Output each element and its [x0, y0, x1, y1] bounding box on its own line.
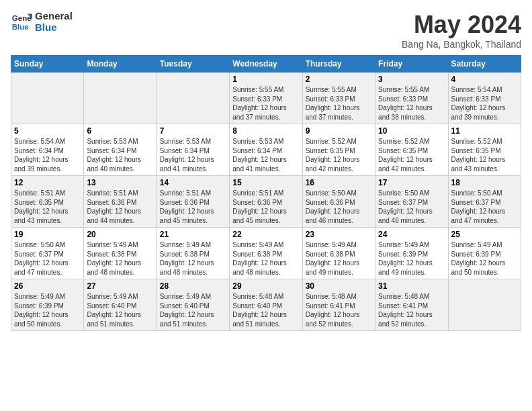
cell-info: Sunrise: 5:49 AMSunset: 6:38 PMDaylight:…	[306, 241, 360, 276]
day-number: 22	[232, 230, 299, 239]
calendar-cell: 9 Sunrise: 5:52 AMSunset: 6:35 PMDayligh…	[302, 124, 375, 176]
cell-info: Sunrise: 5:49 AMSunset: 6:40 PMDaylight:…	[87, 293, 141, 328]
cell-info: Sunrise: 5:52 AMSunset: 6:35 PMDaylight:…	[306, 138, 360, 173]
calendar-cell: 3 Sunrise: 5:55 AMSunset: 6:33 PMDayligh…	[375, 73, 448, 124]
weekday-header: Sunday	[11, 56, 84, 73]
weekday-header: Saturday	[448, 56, 521, 73]
calendar-week-row: 1 Sunrise: 5:55 AMSunset: 6:33 PMDayligh…	[11, 73, 521, 124]
calendar-cell: 7 Sunrise: 5:53 AMSunset: 6:34 PMDayligh…	[157, 124, 229, 176]
cell-info: Sunrise: 5:53 AMSunset: 6:34 PMDaylight:…	[87, 138, 141, 173]
logo-general: General	[35, 11, 73, 22]
cell-info: Sunrise: 5:55 AMSunset: 6:33 PMDaylight:…	[378, 86, 433, 121]
calendar-table: SundayMondayTuesdayWednesdayThursdayFrid…	[11, 55, 521, 331]
day-number: 30	[306, 281, 372, 291]
calendar-cell: 22 Sunrise: 5:49 AMSunset: 6:38 PMDaylig…	[230, 228, 302, 279]
cell-info: Sunrise: 5:49 AMSunset: 6:38 PMDaylight:…	[87, 241, 141, 276]
calendar-cell: 23 Sunrise: 5:49 AMSunset: 6:38 PMDaylig…	[302, 228, 375, 279]
cell-info: Sunrise: 5:55 AMSunset: 6:33 PMDaylight:…	[232, 86, 287, 121]
cell-info: Sunrise: 5:48 AMSunset: 6:40 PMDaylight:…	[232, 293, 287, 328]
calendar-cell: 5 Sunrise: 5:54 AMSunset: 6:34 PMDayligh…	[11, 124, 84, 176]
day-number: 10	[378, 126, 445, 136]
svg-text:Blue: Blue	[12, 22, 30, 30]
cell-info: Sunrise: 5:52 AMSunset: 6:35 PMDaylight:…	[378, 138, 433, 173]
cell-info: Sunrise: 5:55 AMSunset: 6:33 PMDaylight:…	[306, 86, 360, 121]
day-number: 27	[87, 281, 153, 291]
calendar-cell	[157, 73, 229, 124]
calendar-cell: 30 Sunrise: 5:48 AMSunset: 6:41 PMDaylig…	[302, 279, 375, 331]
calendar-cell: 12 Sunrise: 5:51 AMSunset: 6:35 PMDaylig…	[11, 176, 84, 228]
day-number: 14	[160, 178, 226, 187]
cell-info: Sunrise: 5:51 AMSunset: 6:36 PMDaylight:…	[232, 189, 287, 224]
weekday-header: Wednesday	[230, 56, 302, 73]
calendar-cell: 21 Sunrise: 5:49 AMSunset: 6:38 PMDaylig…	[157, 228, 229, 279]
calendar-cell: 13 Sunrise: 5:51 AMSunset: 6:36 PMDaylig…	[84, 176, 157, 228]
calendar-week-row: 26 Sunrise: 5:49 AMSunset: 6:39 PMDaylig…	[11, 279, 521, 331]
calendar-week-row: 19 Sunrise: 5:50 AMSunset: 6:37 PMDaylig…	[11, 228, 521, 279]
day-number: 12	[14, 178, 81, 187]
day-number: 9	[306, 126, 372, 136]
calendar-cell: 20 Sunrise: 5:49 AMSunset: 6:38 PMDaylig…	[84, 228, 157, 279]
cell-info: Sunrise: 5:49 AMSunset: 6:39 PMDaylight:…	[14, 293, 69, 328]
day-number: 5	[14, 126, 81, 136]
location: Bang Na, Bangkok, Thailand	[402, 39, 521, 50]
day-number: 1	[232, 75, 299, 84]
cell-info: Sunrise: 5:54 AMSunset: 6:34 PMDaylight:…	[14, 138, 69, 173]
cell-info: Sunrise: 5:51 AMSunset: 6:36 PMDaylight:…	[87, 189, 141, 224]
calendar-week-row: 5 Sunrise: 5:54 AMSunset: 6:34 PMDayligh…	[11, 124, 521, 176]
day-number: 7	[160, 126, 226, 136]
cell-info: Sunrise: 5:49 AMSunset: 6:38 PMDaylight:…	[160, 241, 214, 276]
day-number: 24	[378, 230, 445, 239]
day-number: 11	[451, 126, 518, 136]
calendar-week-row: 12 Sunrise: 5:51 AMSunset: 6:35 PMDaylig…	[11, 176, 521, 228]
logo: General Blue General Blue	[11, 11, 73, 33]
day-number: 3	[378, 75, 445, 84]
cell-info: Sunrise: 5:48 AMSunset: 6:41 PMDaylight:…	[306, 293, 360, 328]
weekday-header: Tuesday	[157, 56, 229, 73]
cell-info: Sunrise: 5:54 AMSunset: 6:33 PMDaylight:…	[451, 86, 506, 121]
calendar-cell: 2 Sunrise: 5:55 AMSunset: 6:33 PMDayligh…	[302, 73, 375, 124]
calendar-cell	[448, 279, 521, 331]
day-number: 16	[306, 178, 372, 187]
day-number: 6	[87, 126, 153, 136]
day-number: 28	[160, 281, 226, 291]
cell-info: Sunrise: 5:53 AMSunset: 6:34 PMDaylight:…	[160, 138, 214, 173]
day-number: 8	[232, 126, 299, 136]
weekday-header: Monday	[84, 56, 157, 73]
logo-icon: General Blue	[11, 11, 32, 33]
calendar-cell: 10 Sunrise: 5:52 AMSunset: 6:35 PMDaylig…	[375, 124, 448, 176]
calendar-cell: 26 Sunrise: 5:49 AMSunset: 6:39 PMDaylig…	[11, 279, 84, 331]
calendar-cell: 1 Sunrise: 5:55 AMSunset: 6:33 PMDayligh…	[230, 73, 302, 124]
day-number: 31	[378, 281, 445, 291]
calendar-cell	[84, 73, 157, 124]
calendar-cell: 29 Sunrise: 5:48 AMSunset: 6:40 PMDaylig…	[230, 279, 302, 331]
calendar-cell: 25 Sunrise: 5:49 AMSunset: 6:39 PMDaylig…	[448, 228, 521, 279]
cell-info: Sunrise: 5:51 AMSunset: 6:36 PMDaylight:…	[160, 189, 214, 224]
day-number: 26	[14, 281, 81, 291]
cell-info: Sunrise: 5:53 AMSunset: 6:34 PMDaylight:…	[232, 138, 287, 173]
cell-info: Sunrise: 5:49 AMSunset: 6:39 PMDaylight:…	[451, 241, 506, 276]
calendar-cell: 16 Sunrise: 5:50 AMSunset: 6:36 PMDaylig…	[302, 176, 375, 228]
calendar-cell	[11, 73, 84, 124]
cell-info: Sunrise: 5:49 AMSunset: 6:38 PMDaylight:…	[232, 241, 287, 276]
day-number: 4	[451, 75, 518, 84]
day-number: 25	[451, 230, 518, 239]
cell-info: Sunrise: 5:49 AMSunset: 6:40 PMDaylight:…	[160, 293, 214, 328]
calendar-cell: 15 Sunrise: 5:51 AMSunset: 6:36 PMDaylig…	[230, 176, 302, 228]
day-number: 19	[14, 230, 81, 239]
calendar-cell: 6 Sunrise: 5:53 AMSunset: 6:34 PMDayligh…	[84, 124, 157, 176]
cell-info: Sunrise: 5:50 AMSunset: 6:37 PMDaylight:…	[451, 189, 506, 224]
day-number: 15	[232, 178, 299, 187]
day-number: 20	[87, 230, 153, 239]
day-number: 23	[306, 230, 372, 239]
day-number: 2	[306, 75, 372, 84]
calendar-cell: 17 Sunrise: 5:50 AMSunset: 6:37 PMDaylig…	[375, 176, 448, 228]
calendar-cell: 19 Sunrise: 5:50 AMSunset: 6:37 PMDaylig…	[11, 228, 84, 279]
day-number: 29	[232, 281, 299, 291]
day-number: 17	[378, 178, 445, 187]
weekday-header: Thursday	[302, 56, 375, 73]
cell-info: Sunrise: 5:51 AMSunset: 6:35 PMDaylight:…	[14, 189, 69, 224]
cell-info: Sunrise: 5:50 AMSunset: 6:37 PMDaylight:…	[14, 241, 69, 276]
calendar-cell: 14 Sunrise: 5:51 AMSunset: 6:36 PMDaylig…	[157, 176, 229, 228]
calendar-cell: 27 Sunrise: 5:49 AMSunset: 6:40 PMDaylig…	[84, 279, 157, 331]
cell-info: Sunrise: 5:50 AMSunset: 6:36 PMDaylight:…	[306, 189, 360, 224]
